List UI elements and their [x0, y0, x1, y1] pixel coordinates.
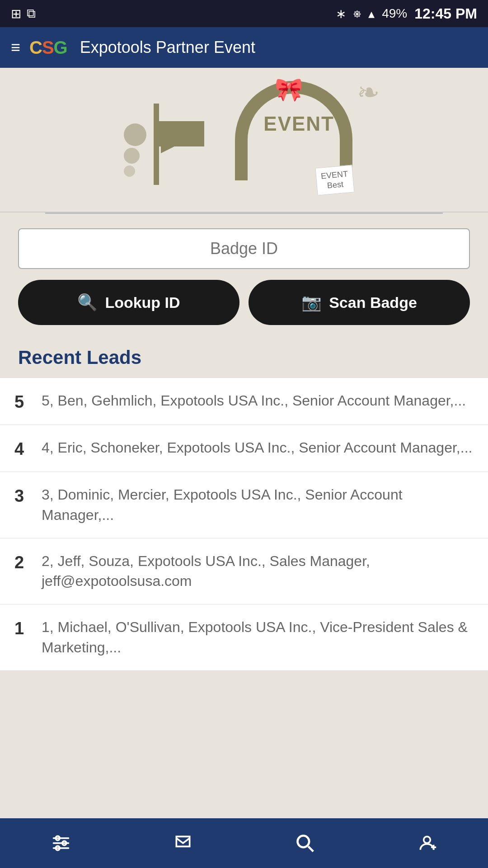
status-time: 12:45 PM [414, 5, 477, 22]
menu-button[interactable]: ≡ [11, 38, 20, 57]
lead-item[interactable]: 4 4, Eric, Schoneker, Expotools USA Inc.… [0, 425, 488, 472]
lead-text: 4, Eric, Schoneker, Expotools USA Inc., … [42, 438, 474, 458]
lead-text: 2, Jeff, Souza, Expotools USA Inc., Sale… [42, 551, 474, 592]
recent-leads-header: Recent Leads [0, 340, 488, 377]
signal-icon: ▴ [368, 6, 375, 21]
lead-number: 1 [14, 617, 42, 638]
lead-number: 3 [14, 485, 42, 506]
bluetooth-icon: ∗ [336, 6, 346, 21]
search-section: 🔍 Lookup ID 📷 Scan Badge [0, 214, 488, 340]
settings-icon [51, 833, 71, 853]
svg-point-8 [424, 836, 431, 843]
status-left-icons: ⊞ ⧉ [11, 6, 36, 21]
svg-point-6 [298, 836, 310, 848]
lead-item[interactable]: 1 1, Michael, O'Sullivan, Expotools USA … [0, 604, 488, 671]
lead-text: 5, Ben, Gehmlich, Expotools USA Inc., Se… [42, 391, 474, 411]
lead-item[interactable]: 3 3, Dominic, Mercier, Expotools USA Inc… [0, 472, 488, 538]
main-content: EVENT 🎀 ❧ EVENT Best 🔍 Lookup ID 📷 Scan … [0, 68, 488, 868]
scan-badge-button[interactable]: 📷 Scan Badge [249, 280, 470, 325]
nav-item-search[interactable] [286, 829, 324, 858]
sign-post [154, 104, 159, 185]
recent-leads-title: Recent Leads [18, 347, 470, 368]
image-icon: ⊞ [11, 6, 21, 21]
badge-id-input[interactable] [18, 228, 470, 269]
status-right-icons: ∗ ⎈ ▴ 49% 12:45 PM [336, 5, 477, 22]
bow-decoration: 🎀 [275, 76, 303, 103]
event-banner: EVENT 🎀 ❧ EVENT Best [0, 68, 488, 212]
lead-item[interactable]: 2 2, Jeff, Souza, Expotools USA Inc., Sa… [0, 538, 488, 605]
messages-icon [173, 833, 193, 853]
leads-list: 5 5, Ben, Gehmlich, Expotools USA Inc., … [0, 377, 488, 671]
csg-logo: CSG [29, 38, 67, 58]
profile-icon [417, 833, 437, 853]
bottom-navigation [0, 818, 488, 868]
lead-text: 1, Michael, O'Sullivan, Expotools USA In… [42, 617, 474, 658]
lead-number: 4 [14, 438, 42, 459]
camera-icon: 📷 [301, 293, 322, 312]
nav-item-profile[interactable] [408, 829, 446, 858]
status-bar: ⊞ ⧉ ∗ ⎈ ▴ 49% 12:45 PM [0, 0, 488, 27]
copy-icon: ⧉ [27, 6, 36, 21]
floral-decoration: ❧ [357, 76, 380, 108]
best-card: EVENT Best [315, 165, 354, 195]
nav-search-icon [295, 833, 315, 853]
wifi-icon: ⎈ [353, 6, 361, 21]
search-icon: 🔍 [77, 293, 98, 312]
nav-item-settings[interactable] [42, 829, 80, 858]
lookup-id-button[interactable]: 🔍 Lookup ID [18, 280, 239, 325]
nav-item-messages[interactable] [164, 829, 202, 858]
lookup-id-label: Lookup ID [105, 294, 180, 311]
event-graphic: EVENT 🎀 ❧ EVENT Best [108, 76, 380, 203]
app-header: ≡ CSG Expotools Partner Event [0, 27, 488, 68]
lead-item[interactable]: 5 5, Ben, Gehmlich, Expotools USA Inc., … [0, 378, 488, 425]
lead-text: 3, Dominic, Mercier, Expotools USA Inc.,… [42, 485, 474, 525]
app-title: Expotools Partner Event [80, 38, 255, 57]
circles-decoration [122, 122, 148, 179]
svg-line-7 [308, 846, 313, 851]
action-buttons: 🔍 Lookup ID 📷 Scan Badge [18, 280, 470, 325]
lead-number: 2 [14, 551, 42, 572]
lead-number: 5 [14, 391, 42, 412]
event-label: EVENT [263, 113, 334, 135]
battery-text: 49% [382, 6, 407, 21]
scan-badge-label: Scan Badge [329, 294, 417, 311]
